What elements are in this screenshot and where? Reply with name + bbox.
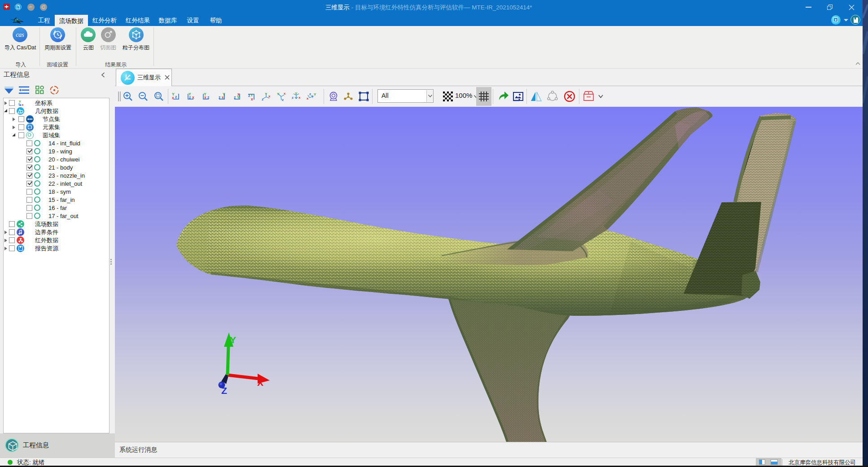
svg-text:x: x [251, 97, 253, 101]
svg-text:Y: Y [265, 92, 267, 96]
svg-text:x: x [192, 95, 194, 100]
svg-text:x: x [284, 92, 286, 96]
svg-text:x: x [22, 103, 24, 106]
svg-text:Z: Z [221, 385, 227, 396]
svg-text:z: z [20, 103, 22, 106]
svg-text:x: x [268, 94, 271, 98]
svg-text:x: x [307, 96, 309, 100]
svg-text:x: x [172, 96, 174, 100]
svg-text:z: z [248, 93, 250, 98]
svg-text:z: z [234, 95, 236, 100]
svg-text:z: z [175, 95, 177, 99]
svg-text:Y: Y [295, 92, 298, 96]
svg-text:z: z [207, 95, 209, 100]
svg-text:z: z [219, 95, 220, 100]
svg-text:Y: Y [230, 335, 236, 345]
svg-text:Y: Y [314, 92, 316, 96]
svg-text:X: X [257, 377, 263, 388]
svg-text:z: z [292, 96, 294, 100]
svg-text:z: z [309, 92, 311, 96]
svg-text:z: z [282, 98, 284, 102]
svg-text:z: z [262, 97, 263, 101]
svg-text:Y: Y [277, 92, 280, 96]
svg-text:x: x [204, 95, 206, 100]
svg-text:Y: Y [237, 95, 240, 100]
svg-text:x: x [298, 96, 301, 100]
svg-text:z: z [189, 95, 191, 100]
svg-text:x: x [222, 95, 224, 100]
